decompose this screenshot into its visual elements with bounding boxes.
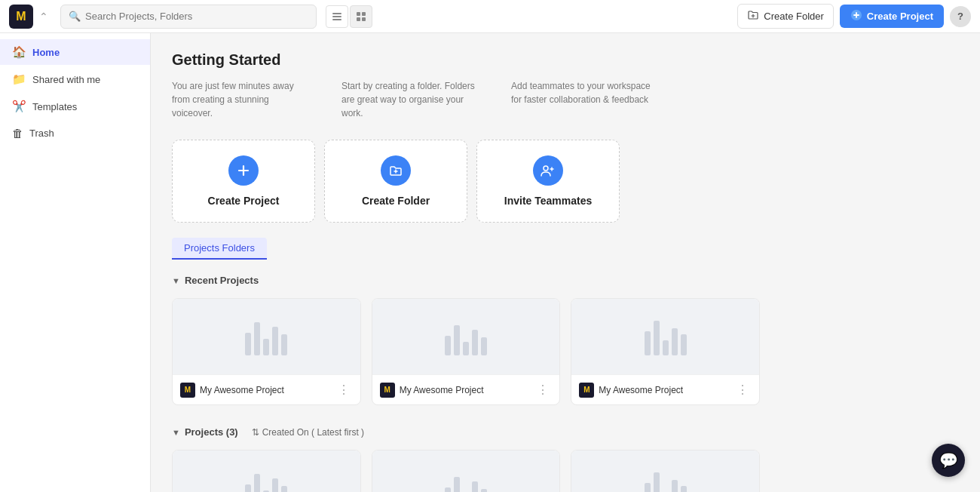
bar <box>245 333 251 355</box>
bar <box>681 486 687 492</box>
bar <box>654 472 660 492</box>
bar <box>472 330 478 355</box>
create-folder-card-icon <box>381 155 411 186</box>
recent-project-card-1[interactable]: M My Awesome Project ⋮ <box>172 298 361 405</box>
templates-icon: ✂️ <box>12 100 26 113</box>
sidebar-label-shared: Shared with me <box>32 74 100 85</box>
projects-section: ▼ Projects (3) ⇅ Created On ( Latest fir… <box>172 423 959 492</box>
sidebar-item-templates[interactable]: ✂️ Templates <box>0 94 150 119</box>
recent-projects-chevron-icon[interactable]: ▼ <box>172 276 180 285</box>
bar <box>654 321 660 355</box>
create-project-label: Create Project <box>867 11 933 22</box>
project-card-3[interactable]: M My Awesome Project ⋮ <box>571 450 760 492</box>
getting-started-section: Getting Started You are just few minutes… <box>172 51 959 223</box>
project-menu-1[interactable]: ⋮ <box>335 381 353 398</box>
thumb-bars-p3 <box>645 469 687 492</box>
chat-icon: 💬 <box>939 451 958 469</box>
bar <box>272 478 278 492</box>
projects-section-header: ▼ Projects (3) ⇅ Created On ( Latest fir… <box>172 423 959 441</box>
bar <box>481 489 487 492</box>
svg-rect-6 <box>362 17 366 21</box>
project-card-2[interactable]: M My Awesome Project ⋮ <box>372 450 561 492</box>
tabs-row: Projects Folders <box>172 238 959 260</box>
bar <box>672 480 678 492</box>
nav-chevron-icon[interactable]: ⌃ <box>39 11 48 23</box>
bar <box>263 339 269 355</box>
project-thumb-p1 <box>173 450 360 492</box>
getting-started-cards: Create Project Create Folder <box>172 140 959 223</box>
gs-desc-1: You are just few minutes away from creat… <box>172 79 311 120</box>
sidebar-item-shared[interactable]: 📁 Shared with me <box>0 66 150 92</box>
project-name-3: My Awesome Project <box>599 385 729 395</box>
create-folder-button[interactable]: Create Folder <box>737 4 833 29</box>
projects-grid: M My Awesome Project ⋮ <box>172 450 760 492</box>
help-button[interactable]: ? <box>950 6 971 27</box>
gs-card-label-1: Create Project <box>208 195 280 207</box>
sidebar-label-trash: Trash <box>29 128 54 139</box>
bar <box>454 477 460 492</box>
gs-desc-2: Start by creating a folder. Folders are … <box>341 79 481 120</box>
sidebar-item-trash[interactable]: 🗑 Trash <box>0 121 150 146</box>
gs-card-create-project[interactable]: Create Project <box>172 140 315 223</box>
create-project-button[interactable]: Create Project <box>840 5 944 28</box>
svg-rect-2 <box>332 19 341 20</box>
project-menu-3[interactable]: ⋮ <box>733 381 752 398</box>
bar <box>445 336 451 355</box>
recent-project-card-3[interactable]: M My Awesome Project ⋮ <box>571 298 760 405</box>
gs-col-1: You are just few minutes away from creat… <box>172 73 311 128</box>
gs-card-invite-teammates[interactable]: Invite Teammates <box>476 140 620 223</box>
sort-icon: ⇅ <box>252 427 259 438</box>
bar <box>281 486 287 492</box>
project-menu-2[interactable]: ⋮ <box>534 381 552 398</box>
svg-point-8 <box>544 166 548 171</box>
svg-rect-5 <box>357 17 360 21</box>
project-thumb-1 <box>173 299 360 374</box>
chat-bubble-button[interactable]: 💬 <box>932 444 965 477</box>
sidebar-item-home[interactable]: 🏠 Home <box>0 39 150 65</box>
gs-col-2: Start by creating a folder. Folders are … <box>341 73 481 128</box>
trash-icon: 🗑 <box>12 127 23 140</box>
thumb-bars-p1 <box>245 469 287 492</box>
bar <box>463 342 469 355</box>
bar <box>645 331 651 355</box>
create-project-icon <box>850 9 862 23</box>
gs-card-create-folder[interactable]: Create Folder <box>324 140 467 223</box>
project-thumb-p3 <box>571 450 759 492</box>
list-view-button[interactable] <box>326 5 348 28</box>
project-footer-3: M My Awesome Project ⋮ <box>571 374 759 404</box>
gs-card-label-3: Invite Teammates <box>504 195 592 207</box>
bar <box>472 481 478 492</box>
gs-col-3: Add teammates to your workspace for fast… <box>511 73 662 128</box>
project-footer-1: M My Awesome Project ⋮ <box>173 374 360 404</box>
grid-view-button[interactable] <box>350 5 372 28</box>
project-thumb-3 <box>571 299 759 374</box>
thumb-bars-3 <box>645 318 687 355</box>
search-icon: 🔍 <box>69 11 81 22</box>
bar <box>254 474 260 492</box>
gs-desc-3: Add teammates to your workspace for fast… <box>511 79 662 106</box>
sort-label: Created On ( Latest first ) <box>262 427 364 438</box>
tab-projects-folders[interactable]: Projects Folders <box>172 238 267 260</box>
project-logo-1: M <box>180 383 195 398</box>
bar <box>663 340 669 355</box>
bar <box>481 337 487 355</box>
create-project-card-icon <box>228 155 259 186</box>
shared-icon: 📁 <box>12 72 26 86</box>
projects-chevron-icon[interactable]: ▼ <box>172 428 180 437</box>
search-box: 🔍 <box>60 5 317 29</box>
sort-control[interactable]: ⇅ Created On ( Latest first ) <box>252 427 364 438</box>
topbar-actions: Create Folder Create Project ? <box>737 4 971 29</box>
projects-section-title: Projects (3) <box>185 426 238 438</box>
svg-rect-4 <box>362 12 366 16</box>
sidebar: 🏠 Home 📁 Shared with me ✂️ Templates 🗑 T… <box>0 33 151 492</box>
svg-rect-3 <box>357 12 360 16</box>
project-card-1[interactable]: M My Awesome Project ⋮ <box>172 450 361 492</box>
search-input[interactable] <box>85 11 308 22</box>
svg-rect-0 <box>332 13 341 14</box>
bar <box>281 334 287 355</box>
bar <box>454 325 460 355</box>
recent-project-card-2[interactable]: M My Awesome Project ⋮ <box>372 298 561 405</box>
logo[interactable]: M <box>9 5 33 29</box>
bar <box>672 328 678 355</box>
project-name-1: My Awesome Project <box>200 385 330 395</box>
